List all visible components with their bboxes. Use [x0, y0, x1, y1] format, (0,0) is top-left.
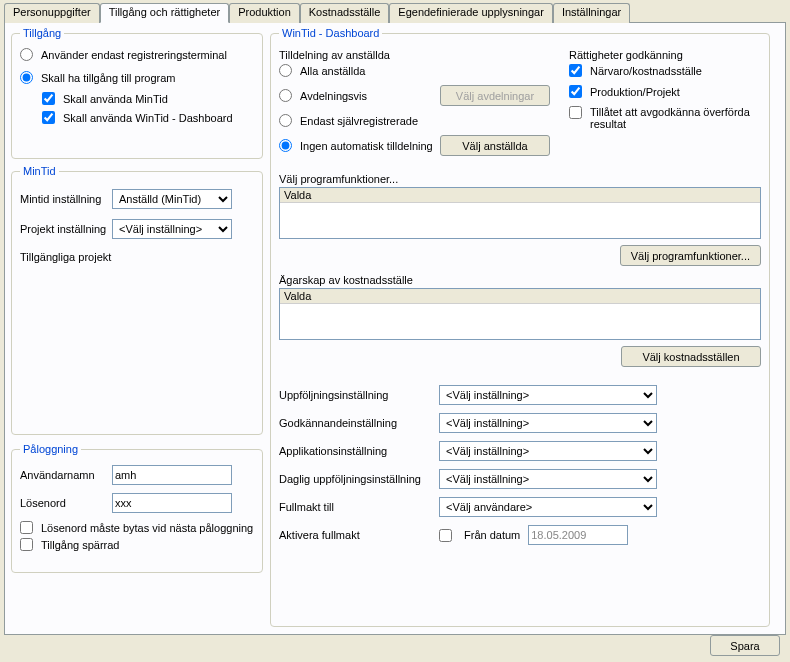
label-tillgang-sparrad: Tillgång spärrad: [41, 539, 119, 551]
checkbox-tillgang-sparrad[interactable]: [20, 538, 33, 551]
legend-paloggning: Påloggning: [20, 443, 81, 455]
label-tilldelning: Tilldelning av anställda: [279, 49, 569, 61]
legend-wintid: WinTid - Dashboard: [279, 27, 382, 39]
label-fran-datum: Från datum: [464, 529, 520, 541]
legend-tillgang: Tillgång: [20, 27, 64, 39]
radio-ingen-automatisk[interactable]: [279, 139, 292, 152]
label-ingen-automatisk: Ingen automatisk tilldelning: [300, 140, 440, 152]
radio-avdelningsvis[interactable]: [279, 89, 292, 102]
tab-produktion[interactable]: Produktion: [229, 3, 300, 23]
label-godkannande: Godkännandeinställning: [279, 417, 439, 429]
label-losenord-maste-bytas: Lösenord måste bytas vid nästa påloggnin…: [41, 522, 253, 534]
group-tillgang: Tillgång Använder endast registreringste…: [11, 27, 263, 159]
listbox-kostnadsstalle[interactable]: Valda: [279, 288, 761, 340]
select-uppfoljning[interactable]: <Välj inställning>: [439, 385, 657, 405]
button-valj-avdelningar: Välj avdelningar: [440, 85, 550, 106]
save-button[interactable]: Spara: [710, 635, 780, 656]
checkbox-wintid[interactable]: [42, 111, 55, 124]
label-wintid: Skall använda WinTid - Dashboard: [63, 112, 233, 124]
listbox-header-valda: Valda: [280, 188, 760, 203]
label-applikation: Applikationsinställning: [279, 445, 439, 457]
select-mintid-installning[interactable]: Anställd (MinTid): [112, 189, 232, 209]
label-mintid-installning: Mintid inställning: [20, 193, 112, 205]
label-projekt-installning: Projekt inställning: [20, 223, 112, 235]
legend-mintid: MinTid: [20, 165, 59, 177]
group-mintid: MinTid Mintid inställning Anställd (MinT…: [11, 165, 263, 435]
button-valj-anstallda[interactable]: Välj anställda: [440, 135, 550, 156]
label-endast-sjalvreg: Endast självregistrerade: [300, 115, 418, 127]
label-alla-anstallda: Alla anställda: [300, 65, 365, 77]
label-daglig-uppfoljning: Daglig uppföljningsinställning: [279, 473, 439, 485]
select-godkannande[interactable]: <Välj inställning>: [439, 413, 657, 433]
label-rattigheter: Rättigheter godkänning: [569, 49, 761, 61]
label-registreringsterminal: Använder endast registreringsterminal: [41, 49, 227, 61]
radio-alla-anstallda[interactable]: [279, 64, 292, 77]
tab-kostnadsstalle[interactable]: Kostnadsställe: [300, 3, 390, 23]
radio-tillgang-program[interactable]: [20, 71, 33, 84]
input-anvandarnamn[interactable]: [112, 465, 232, 485]
label-produktion-projekt: Produktion/Projekt: [590, 86, 680, 98]
label-losenord: Lösenord: [20, 497, 112, 509]
label-aktivera-fullmakt: Aktivera fullmakt: [279, 529, 439, 541]
label-tillgang-program: Skall ha tillgång till program: [41, 72, 176, 84]
select-applikation[interactable]: <Välj inställning>: [439, 441, 657, 461]
label-narvaro-kostnad: Närvaro/kostnadsställe: [590, 65, 702, 77]
radio-endast-sjalvreg[interactable]: [279, 114, 292, 127]
label-uppfoljning: Uppföljningsinställning: [279, 389, 439, 401]
listbox-programfunktioner[interactable]: Valda: [279, 187, 761, 239]
select-projekt-installning[interactable]: <Välj inställning>: [112, 219, 232, 239]
tab-bar: Personuppgifter Tillgång och rättigheter…: [0, 0, 790, 22]
tab-installningar[interactable]: Inställningar: [553, 3, 630, 23]
checkbox-mintid[interactable]: [42, 92, 55, 105]
listbox-header-valda2: Valda: [280, 289, 760, 304]
select-daglig-uppfoljning[interactable]: <Välj inställning>: [439, 469, 657, 489]
checkbox-narvaro-kostnad[interactable]: [569, 64, 582, 77]
group-paloggning: Påloggning Användarnamn Lösenord Lösenor…: [11, 443, 263, 573]
tab-tillgang-och-rattigheter[interactable]: Tillgång och rättigheter: [100, 3, 230, 23]
label-valj-programfunktioner: Välj programfunktioner...: [279, 173, 761, 185]
label-tillgangliga-projekt: Tillgängliga projekt: [20, 251, 111, 263]
input-losenord[interactable]: [112, 493, 232, 513]
radio-registreringsterminal[interactable]: [20, 48, 33, 61]
checkbox-tillatet-avgodkanna[interactable]: [569, 106, 582, 119]
button-valj-kostnadsstallen[interactable]: Välj kostnadsställen: [621, 346, 761, 367]
label-agarskap: Ägarskap av kostnadsställe: [279, 274, 761, 286]
label-mintid: Skall använda MinTid: [63, 93, 168, 105]
label-avdelningsvis: Avdelningsvis: [300, 90, 440, 102]
checkbox-fran-datum[interactable]: [439, 529, 452, 542]
checkbox-produktion-projekt[interactable]: [569, 85, 582, 98]
select-fullmakt-till[interactable]: <Välj användare>: [439, 497, 657, 517]
label-tillatet-avgodkanna: Tillåtet att avgodkänna överförda result…: [590, 106, 760, 130]
tab-egendefinierade[interactable]: Egendefinierade upplysningar: [389, 3, 553, 23]
tab-personuppgifter[interactable]: Personuppgifter: [4, 3, 100, 23]
input-fran-datum: [528, 525, 628, 545]
group-wintid-dashboard: WinTid - Dashboard Tilldelning av anstäl…: [270, 27, 770, 627]
button-valj-programfunktioner[interactable]: Välj programfunktioner...: [620, 245, 761, 266]
label-anvandarnamn: Användarnamn: [20, 469, 112, 481]
checkbox-losenord-maste-bytas[interactable]: [20, 521, 33, 534]
label-fullmakt-till: Fullmakt till: [279, 501, 439, 513]
tab-content: Tillgång Använder endast registreringste…: [4, 22, 786, 635]
